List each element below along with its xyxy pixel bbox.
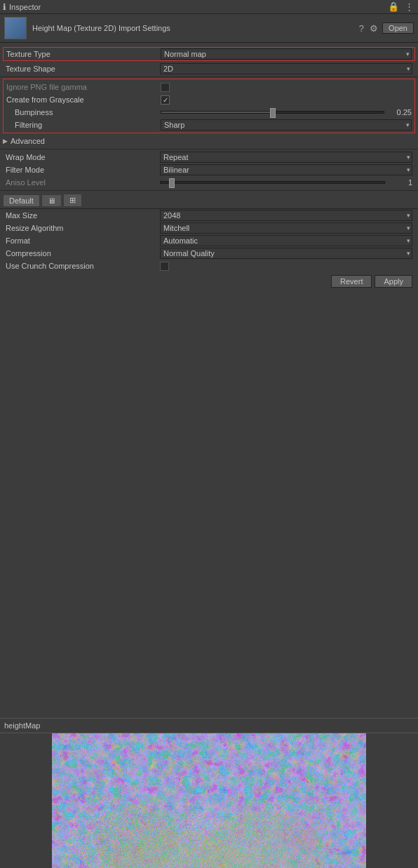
tab-default-label: Default xyxy=(9,196,34,205)
bumpiness-slider-track[interactable] xyxy=(161,111,384,114)
ignore-png-label: Ignore PNG file gamma xyxy=(6,83,161,91)
aniso-slider-thumb[interactable] xyxy=(169,178,175,188)
image-label: heightMap xyxy=(0,719,418,733)
desktop-icon: 🖥 xyxy=(48,196,55,205)
resize-algorithm-select-wrapper[interactable]: Mitchell Bilinear xyxy=(160,222,412,234)
inspector-title: Inspector xyxy=(9,3,386,11)
advanced-section-header[interactable]: ▶ Advanced xyxy=(0,135,418,147)
filtering-label: Filtering xyxy=(6,121,161,129)
empty-area xyxy=(0,293,418,500)
asset-thumbnail xyxy=(4,17,27,39)
tab-desktop[interactable]: 🖥 xyxy=(41,194,62,207)
crunch-row: Use Crunch Compression xyxy=(0,260,418,272)
filtering-row: Filtering Smooth Sharp xyxy=(4,119,414,131)
bumpiness-value: 0.25 xyxy=(387,108,412,116)
max-size-label: Max Size xyxy=(6,211,160,220)
filtering-select-wrapper[interactable]: Smooth Sharp xyxy=(161,119,412,131)
create-grayscale-row: Create from Grayscale xyxy=(4,93,414,106)
texture-type-select-wrapper[interactable]: Normal map Default Sprite (2D and UI) Cu… xyxy=(161,48,412,60)
revert-button[interactable]: Revert xyxy=(331,275,372,288)
apply-button[interactable]: Apply xyxy=(375,275,412,288)
aniso-value: 1 xyxy=(388,178,412,187)
texture-type-select[interactable]: Normal map Default Sprite (2D and UI) Cu… xyxy=(161,48,412,60)
svg-rect-7 xyxy=(52,733,366,868)
format-label: Format xyxy=(6,236,160,245)
format-select[interactable]: Automatic RGB Compressed DXT1 RGBA Compr… xyxy=(160,235,412,246)
tab-grid[interactable]: ⊞ xyxy=(63,194,82,207)
lock-icon[interactable]: 🔒 xyxy=(386,1,400,12)
advanced-label: Advanced xyxy=(11,137,45,145)
wrap-mode-select-wrapper[interactable]: Repeat Clamp Mirror xyxy=(160,152,412,163)
bumpiness-slider-fill xyxy=(161,112,273,113)
highlight-section: Ignore PNG file gamma Create from Graysc… xyxy=(3,79,415,133)
wrap-mode-row: Wrap Mode Repeat Clamp Mirror xyxy=(0,151,418,163)
bottom-panel: heightMap xyxy=(0,718,418,868)
open-button[interactable]: Open xyxy=(382,22,414,34)
texture-shape-label: Texture Shape xyxy=(6,65,160,73)
filter-mode-select-wrapper[interactable]: Point Bilinear Trilinear xyxy=(160,164,412,175)
inspector-icon: ℹ xyxy=(3,2,6,12)
filter-mode-row: Filter Mode Point Bilinear Trilinear xyxy=(0,163,418,176)
max-size-row: Max Size 3264128256 51210242048 40968192 xyxy=(0,209,418,222)
format-row: Format Automatic RGB Compressed DXT1 RGB… xyxy=(0,234,418,247)
resize-algorithm-row: Resize Algorithm Mitchell Bilinear xyxy=(0,222,418,234)
format-select-wrapper[interactable]: Automatic RGB Compressed DXT1 RGBA Compr… xyxy=(160,235,412,246)
compression-select[interactable]: None Low Quality Normal Quality High Qua… xyxy=(160,248,412,259)
image-container: heightMap 1024x1024 DXT1nm 1.0MB CSDN @栗… xyxy=(0,733,418,868)
compression-row: Compression None Low Quality Normal Qual… xyxy=(0,247,418,260)
settings-panel: Texture Type Normal map Default Sprite (… xyxy=(0,43,418,293)
compression-label: Compression xyxy=(6,249,160,258)
bumpiness-row: Bumpiness 0.25 xyxy=(4,106,414,119)
wrap-mode-select[interactable]: Repeat Clamp Mirror xyxy=(160,152,412,163)
asset-title: Height Map (Texture 2D) Import Settings xyxy=(32,24,352,32)
resize-algorithm-label: Resize Algorithm xyxy=(6,224,160,232)
buttons-row: Revert Apply xyxy=(0,272,418,291)
compression-select-wrapper[interactable]: None Low Quality Normal Quality High Qua… xyxy=(160,248,412,259)
inspector-header: ℹ Inspector 🔒 ⋮ xyxy=(0,0,418,14)
platform-tabs: Default 🖥 ⊞ xyxy=(0,192,418,209)
help-icon[interactable]: ? xyxy=(358,23,365,34)
bumpiness-label: Bumpiness xyxy=(6,108,161,116)
create-grayscale-checkbox[interactable] xyxy=(161,95,170,105)
create-grayscale-label: Create from Grayscale xyxy=(6,95,161,104)
crunch-label: Use Crunch Compression xyxy=(6,262,160,270)
grid-icon: ⊞ xyxy=(69,196,76,205)
aniso-slider-container: 1 xyxy=(160,178,412,187)
aniso-slider-track[interactable] xyxy=(160,181,385,184)
resize-algorithm-select[interactable]: Mitchell Bilinear xyxy=(160,222,412,234)
aniso-level-row: Aniso Level 1 xyxy=(0,176,418,189)
wrap-mode-label: Wrap Mode xyxy=(6,153,160,161)
tab-default[interactable]: Default xyxy=(3,194,40,207)
texture-shape-select-wrapper[interactable]: 2D Cube xyxy=(160,63,412,74)
aniso-level-label: Aniso Level xyxy=(6,178,160,187)
filter-mode-label: Filter Mode xyxy=(6,166,160,174)
asset-header: Height Map (Texture 2D) Import Settings … xyxy=(0,14,418,43)
advanced-arrow-icon: ▶ xyxy=(3,138,8,145)
texture-shape-row: Texture Shape 2D Cube xyxy=(0,62,418,75)
filtering-select[interactable]: Smooth Sharp xyxy=(161,119,412,131)
ignore-png-row: Ignore PNG file gamma xyxy=(4,81,414,93)
max-size-select[interactable]: 3264128256 51210242048 40968192 xyxy=(160,210,412,221)
crunch-checkbox[interactable] xyxy=(160,262,169,271)
asset-settings-icon[interactable]: ⚙ xyxy=(368,23,379,34)
texture-shape-select[interactable]: 2D Cube xyxy=(160,63,412,74)
texture-type-row: Texture Type Normal map Default Sprite (… xyxy=(4,48,414,60)
more-options-icon[interactable]: ⋮ xyxy=(403,1,415,12)
texture-type-label: Texture Type xyxy=(6,50,161,58)
texture-type-highlight: Texture Type Normal map Default Sprite (… xyxy=(3,47,415,61)
ignore-png-checkbox[interactable] xyxy=(161,83,170,92)
bumpiness-slider-container: 0.25 xyxy=(161,108,412,116)
bumpiness-slider-thumb[interactable] xyxy=(270,108,276,118)
filter-mode-select[interactable]: Point Bilinear Trilinear xyxy=(160,164,412,175)
max-size-select-wrapper[interactable]: 3264128256 51210242048 40968192 xyxy=(160,210,412,221)
normal-map-preview xyxy=(52,733,366,868)
